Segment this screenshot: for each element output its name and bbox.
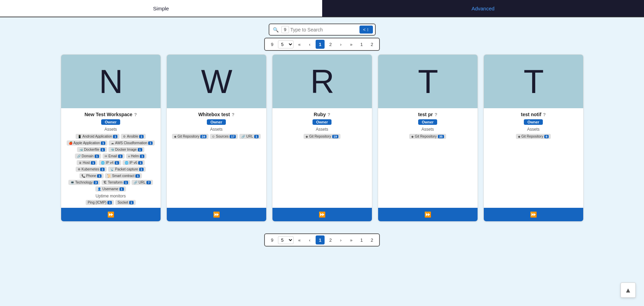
asset-tag[interactable]: ⎈Helm1 <box>126 154 146 159</box>
card-goto-button-5[interactable]: ⏩ <box>484 208 583 221</box>
card-goto-button-2[interactable]: ⏩ <box>167 208 266 221</box>
card-goto-button-4[interactable]: ⏩ <box>378 208 478 221</box>
tag-count: 1 <box>91 161 95 165</box>
asset-tag[interactable]: 💻Technology3 <box>68 180 100 185</box>
tag-count: 1 <box>100 148 105 151</box>
pg-bot-total1: 1 <box>357 235 366 244</box>
pg-top-prev[interactable]: ‹ <box>305 40 314 49</box>
card-title-1: New Test Workspace? <box>65 112 156 117</box>
pg-bot-first[interactable]: « <box>295 235 304 244</box>
pg-top-last[interactable]: » <box>347 40 356 49</box>
map-button[interactable]: ▲ <box>621 282 636 298</box>
tag-icon: ☁ <box>111 141 114 145</box>
pg-top-perpage-select[interactable]: 5 9 15 25 <box>278 40 294 48</box>
help-icon-2[interactable]: ? <box>232 112 234 117</box>
help-icon-4[interactable]: ? <box>434 112 437 117</box>
tag-icon: 👤 <box>97 187 101 191</box>
workspace-card-2: WWhitebox test?OwnerAssets◆Git Repositor… <box>166 54 267 222</box>
asset-tag[interactable]: 🔗URL1 <box>239 134 261 139</box>
tag-name: Git Repository <box>177 135 199 138</box>
tab-simple[interactable]: Simple <box>0 0 322 17</box>
asset-tag[interactable]: ◆Git Repository24 <box>172 134 209 139</box>
pg-top-next[interactable]: › <box>336 40 345 49</box>
tag-count: 1 <box>115 161 119 165</box>
asset-tag[interactable]: 👤Username1 <box>95 186 126 192</box>
tag-count: 1 <box>148 141 153 145</box>
tag-name: Username <box>102 187 118 191</box>
tag-name: URL <box>138 180 145 184</box>
tag-name: Phone <box>86 174 96 178</box>
owner-badge-2: Owner <box>207 119 225 125</box>
tag-name: Sources <box>216 135 229 138</box>
tag-name: Technology <box>75 180 93 184</box>
asset-tag[interactable]: ☁AWS Cloudformation1 <box>109 140 155 146</box>
pg-top-first[interactable]: « <box>295 40 304 49</box>
asset-tag[interactable]: 📞Phone1 <box>79 173 104 178</box>
card-goto-button-3[interactable]: ⏩ <box>272 208 372 221</box>
asset-tag[interactable]: ⚙Ansible1 <box>121 134 146 139</box>
card-title-3: Ruby? <box>277 112 368 117</box>
tag-icon: ◆ <box>306 135 308 138</box>
tab-advanced[interactable]: Advanced <box>322 0 644 17</box>
asset-tag[interactable]: 📜Smart contract1 <box>105 173 142 178</box>
pg-top-page-2[interactable]: 2 <box>326 40 335 49</box>
asset-tag[interactable]: 🖥Host1 <box>77 160 98 165</box>
card-title-2: Whitebox test? <box>171 112 262 117</box>
assets-label-4: Assets <box>382 127 473 132</box>
asset-tag[interactable]: 🍎Apple Application1 <box>67 140 108 146</box>
tag-icon: ◆ <box>174 135 176 138</box>
tag-icon: 🍎 <box>69 141 73 145</box>
help-icon-3[interactable]: ? <box>328 112 330 117</box>
card-title-text-1: New Test Workspace <box>85 112 133 117</box>
tab-simple-label: Simple <box>153 6 169 11</box>
tag-name: Helm <box>131 154 139 158</box>
goto-icon-2: ⏩ <box>213 211 220 218</box>
tag-icon: 💻 <box>70 181 74 184</box>
pg-top-page-1[interactable]: 1 <box>316 40 325 49</box>
tag-name: Smart contract <box>112 174 134 178</box>
uptime-tag[interactable]: Ping (ICMP)1 <box>86 200 114 205</box>
help-icon-5[interactable]: ? <box>543 112 546 117</box>
pagination-bottom-wrapper: 9 5 9 15 25 « ‹ 1 2 › » 1 2 <box>0 231 644 247</box>
card-body-5: test notif?OwnerAssets◆Git Repository6 <box>484 108 583 208</box>
asset-tag[interactable]: 🌐IP v41 <box>99 160 121 165</box>
pg-top-perpage: 9 <box>268 40 277 49</box>
card-goto-button-1[interactable]: ⏩ <box>61 208 161 221</box>
asset-tag[interactable]: ☸Kubernetes1 <box>76 167 107 172</box>
assets-label-5: Assets <box>488 127 579 132</box>
cards-area: NNew Test Workspace?OwnerAssets📱Android … <box>0 54 644 229</box>
tag-name: Email <box>108 154 117 158</box>
search-input[interactable] <box>290 27 358 33</box>
pg-bot-next[interactable]: › <box>336 235 345 244</box>
asset-tag[interactable]: ◆Git Repository6 <box>516 134 551 139</box>
asset-tag[interactable]: 🏗Terraform1 <box>102 180 130 185</box>
pg-bot-page-1[interactable]: 1 <box>316 235 325 244</box>
tag-count: 1 <box>139 168 144 171</box>
tag-icon: ⚙ <box>123 135 126 138</box>
owner-badge-1: Owner <box>101 119 120 125</box>
card-title-text-3: Ruby <box>314 112 326 117</box>
asset-tag[interactable]: 🐳Docker Image1 <box>108 147 144 152</box>
asset-tag[interactable]: 📱Android Application1 <box>76 134 120 139</box>
asset-tag[interactable]: 🌐IP v61 <box>123 160 145 165</box>
asset-tag[interactable]: 🔗Domain1 <box>75 154 101 159</box>
card-body-4: test pr?OwnerAssets◆Git Repository35 <box>378 108 478 208</box>
asset-tag[interactable]: ⊙Sources17 <box>210 134 238 139</box>
pg-bot-perpage-select[interactable]: 5 9 15 25 <box>278 236 294 244</box>
asset-tag[interactable]: ◆Git Repository35 <box>409 134 446 139</box>
pg-top-total2: 2 <box>367 40 376 49</box>
asset-tag[interactable]: 🐋Dockerfile1 <box>77 147 107 152</box>
uptime-tag[interactable]: Socket1 <box>115 200 136 205</box>
asset-tag[interactable]: ✉Email1 <box>103 154 125 159</box>
filter-button[interactable]: < ⫶ <box>359 26 373 34</box>
pg-bot-last[interactable]: » <box>347 235 356 244</box>
pg-bot-page-2[interactable]: 2 <box>326 235 335 244</box>
card-avatar-2: W <box>167 55 266 108</box>
pg-bot-prev[interactable]: ‹ <box>305 235 314 244</box>
asset-tag[interactable]: 🔗URL7 <box>132 180 153 185</box>
asset-tag[interactable]: 📡Packet capture1 <box>108 167 146 172</box>
asset-tag[interactable]: ◆Git Repository19 <box>304 134 340 139</box>
search-count: 9 <box>281 26 289 33</box>
tag-name: IP v4 <box>106 161 114 165</box>
help-icon-1[interactable]: ? <box>134 112 137 117</box>
